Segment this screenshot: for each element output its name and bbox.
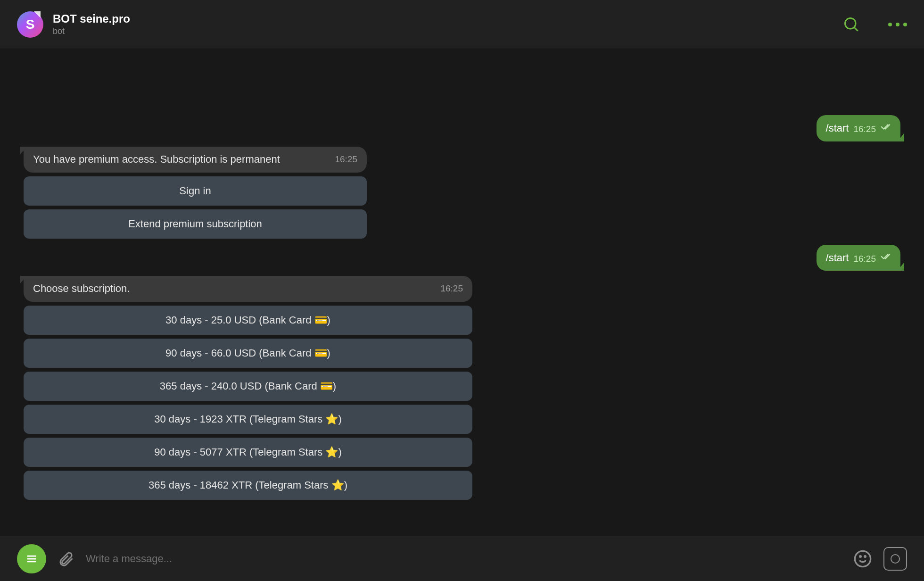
message-time: 16:25 <box>853 124 876 135</box>
svg-line-1 <box>854 27 858 31</box>
input-bar <box>0 536 924 581</box>
chat-subtitle: bot <box>53 26 843 36</box>
inline-button-plan-30-card[interactable]: 30 days - 25.0 USD (Bank Card 💳) <box>24 306 472 335</box>
bot-menu-button[interactable] <box>17 544 46 573</box>
message-text: /start <box>826 251 849 265</box>
message-text: You have premium access. Subscription is… <box>33 153 328 166</box>
double-check-icon <box>881 121 891 135</box>
avatar-fold-icon <box>34 11 41 18</box>
incoming-message[interactable]: You have premium access. Subscription is… <box>24 147 367 173</box>
svg-point-7 <box>865 556 866 557</box>
message-time: 16:25 <box>440 283 463 295</box>
svg-point-5 <box>855 551 870 566</box>
message-time: 16:25 <box>335 154 357 166</box>
svg-point-0 <box>845 18 856 29</box>
message-input[interactable] <box>86 553 842 565</box>
camera-icon[interactable] <box>883 547 907 571</box>
inline-button-sign-in[interactable]: Sign in <box>24 176 367 206</box>
avatar-letter: S <box>26 17 35 32</box>
avatar[interactable]: S <box>17 11 43 38</box>
message-row-outgoing: /start 16:25 <box>24 245 900 271</box>
chat-header: S BOT seine.pro bot <box>0 0 924 49</box>
inline-button-plan-30-stars[interactable]: 30 days - 1923 XTR (Telegram Stars ⭐) <box>24 405 472 434</box>
inline-button-plan-365-card[interactable]: 365 days - 240.0 USD (Bank Card 💳) <box>24 372 472 401</box>
inline-button-extend[interactable]: Extend premium subscription <box>24 209 367 239</box>
chat-title: BOT seine.pro <box>53 12 843 25</box>
outgoing-message[interactable]: /start 16:25 <box>817 245 900 271</box>
chat-area: /start 16:25 You have premium access. Su… <box>0 49 924 536</box>
message-text: /start <box>826 122 849 135</box>
search-icon[interactable] <box>843 16 860 33</box>
double-check-icon <box>881 251 891 265</box>
incoming-message[interactable]: Choose subscription. 16:25 <box>24 276 472 302</box>
message-row-outgoing: /start 16:25 <box>24 115 900 141</box>
inline-button-plan-90-card[interactable]: 90 days - 66.0 USD (Bank Card 💳) <box>24 339 472 368</box>
emoji-icon[interactable] <box>853 549 872 568</box>
attach-icon[interactable] <box>58 550 74 567</box>
svg-point-6 <box>860 556 861 557</box>
outgoing-message[interactable]: /start 16:25 <box>817 115 900 141</box>
message-time: 16:25 <box>853 253 876 265</box>
more-options-icon[interactable] <box>888 23 907 26</box>
message-row-incoming: You have premium access. Subscription is… <box>24 147 900 239</box>
inline-button-plan-365-stars[interactable]: 365 days - 18462 XTR (Telegram Stars ⭐) <box>24 471 472 500</box>
message-text: Choose subscription. <box>33 282 434 296</box>
title-block[interactable]: BOT seine.pro bot <box>53 12 843 36</box>
inline-button-plan-90-stars[interactable]: 90 days - 5077 XTR (Telegram Stars ⭐) <box>24 438 472 467</box>
message-row-incoming: Choose subscription. 16:25 30 days - 25.… <box>24 276 900 500</box>
